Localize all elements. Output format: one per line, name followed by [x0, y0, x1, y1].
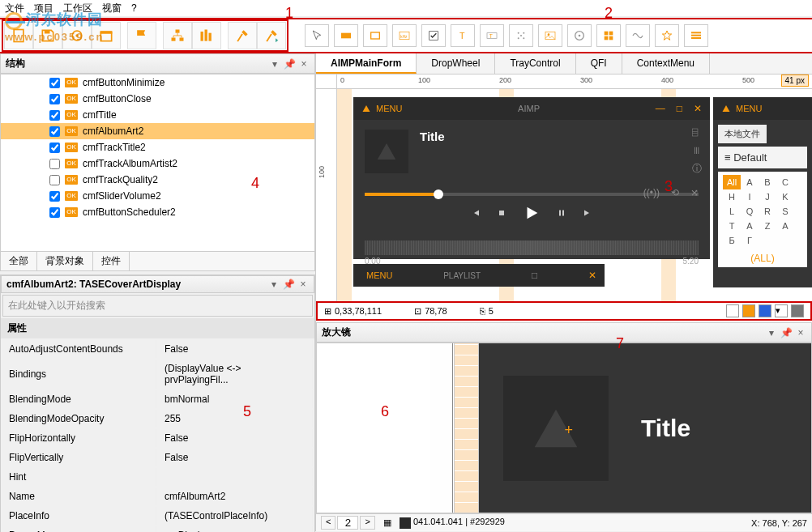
property-row[interactable]: NamecmfAlbumArt2 [2, 487, 313, 505]
menu-file[interactable]: 文件 [5, 2, 24, 15]
new-button[interactable] [4, 22, 33, 49]
minimize-icon[interactable]: — [656, 103, 665, 114]
tree-checkbox[interactable] [49, 78, 60, 88]
property-row[interactable]: BlendingModeOpacity255 [2, 410, 313, 428]
player-menu-button[interactable]: MENU [361, 104, 402, 113]
hammer-run-button[interactable] [257, 22, 286, 49]
settings-button[interactable] [62, 22, 92, 49]
property-value[interactable]: pmDisplay [158, 526, 313, 532]
property-row[interactable]: FlipVerticallyFalse [2, 449, 313, 466]
alpha-letter[interactable]: А [776, 219, 794, 233]
panel-pin-icon[interactable]: 📌 [284, 58, 295, 70]
maximize-icon[interactable]: □ [677, 103, 682, 114]
tree-checkbox[interactable] [49, 191, 60, 202]
form-tab[interactable]: TrayControl [495, 53, 575, 74]
tree-item[interactable]: OKcmfButtonClose [1, 91, 314, 107]
khz-tool[interactable]: kHz [392, 24, 417, 47]
swatch-orange[interactable] [742, 304, 755, 317]
form-tab[interactable]: AIMPMainForm [316, 53, 417, 74]
swatch-gray[interactable] [791, 304, 804, 317]
property-value[interactable]: False [158, 429, 313, 447]
playlist-window[interactable]: MENU PLAYLIST □ ✕ [353, 264, 605, 287]
alpha-all[interactable]: (ALL) [723, 248, 802, 264]
equalizer-icon[interactable]: ⫼ [692, 144, 702, 155]
tree-item[interactable]: OKcmfButtonMinimize [1, 74, 314, 91]
property-row[interactable]: Bindings(DisplayValue <-> prvPlayingFil.… [2, 360, 313, 389]
zoom-out-button[interactable]: < [321, 516, 335, 530]
panel-menu-icon[interactable]: ▾ [268, 279, 280, 290]
album-art[interactable] [365, 130, 408, 173]
grid-toggle-icon[interactable]: ▦ [383, 517, 391, 528]
swatch-blue[interactable] [759, 304, 771, 317]
tree-checkbox[interactable] [49, 159, 60, 169]
library-tab[interactable]: 本地文件 [718, 125, 767, 143]
playlist-close-icon[interactable]: ✕ [588, 270, 596, 281]
structure-tree[interactable]: OKcmfButtonMinimizeOKcmfButtonCloseOKcmf… [0, 74, 315, 252]
display-icon[interactable]: ⌸ [692, 126, 702, 138]
aimp-main-window[interactable]: MENU AIMP — □ ✕ Title ⌸ ⫼ [353, 97, 710, 259]
panel-close-icon[interactable]: × [795, 327, 806, 338]
tree-item[interactable]: OKcmfSliderVolume2 [1, 188, 314, 204]
tree-checkbox[interactable] [49, 175, 60, 185]
alpha-letter[interactable]: H [723, 189, 741, 204]
dots-tool[interactable] [509, 24, 533, 47]
flag-button[interactable] [127, 22, 156, 49]
menu-project[interactable]: 项目 [34, 2, 53, 15]
tree-item[interactable]: OKcmfTitle [1, 107, 314, 123]
property-value[interactable]: cmfAlbumArt2 [158, 487, 313, 505]
save-button[interactable] [33, 22, 62, 49]
tab-all[interactable]: 全部 [1, 252, 37, 270]
library-default[interactable]: Default [718, 147, 807, 168]
pause-button[interactable] [557, 208, 566, 220]
property-row[interactable]: FlipHorizontallyFalse [2, 429, 313, 447]
archive-button[interactable] [92, 22, 121, 49]
shuffle-icon[interactable]: ⤨ [690, 187, 699, 198]
alpha-letter[interactable]: Q [741, 204, 759, 219]
tree-checkbox[interactable] [49, 207, 60, 218]
zoom-in-button[interactable]: > [360, 516, 374, 530]
form-tab[interactable]: QFI [576, 53, 622, 74]
stop-button[interactable] [497, 208, 506, 220]
alpha-letter[interactable]: Б [723, 233, 741, 248]
grid-tool[interactable] [596, 24, 621, 47]
property-value[interactable]: False [158, 449, 313, 466]
magnifier-viewport[interactable]: + Title [316, 343, 812, 513]
text-tool[interactable]: T [451, 24, 475, 47]
tree-item[interactable]: OKcmfButtonScheduler2 [1, 204, 314, 220]
waveform[interactable] [365, 240, 699, 255]
alpha-letter[interactable]: Г [741, 233, 759, 248]
tree-checkbox[interactable] [49, 126, 60, 137]
alpha-letter[interactable]: A [741, 175, 759, 189]
swatch-dropdown[interactable]: ▾ [775, 304, 788, 317]
wave-tool[interactable] [626, 24, 650, 47]
next-button[interactable] [583, 208, 592, 220]
property-row[interactable]: AutoAdjustContentBoundsFalse [2, 340, 313, 358]
tree-checkbox[interactable] [49, 94, 60, 104]
property-value[interactable]: False [158, 340, 313, 358]
menu-window[interactable]: 视窗 [102, 2, 122, 15]
tree-checkbox[interactable] [49, 110, 60, 121]
play-button[interactable] [523, 204, 541, 224]
alpha-letter[interactable]: R [759, 204, 776, 219]
alpha-letter[interactable]: B [759, 175, 776, 189]
tree-item[interactable]: OKcmfAlbumArt2 [1, 123, 314, 139]
alpha-letter[interactable]: I [741, 189, 759, 204]
list-tool[interactable] [684, 24, 708, 47]
close-icon[interactable]: ✕ [694, 103, 702, 114]
property-table[interactable]: AutoAdjustContentBoundsFalseBindings(Dis… [1, 338, 314, 532]
property-search[interactable]: 在此处键入以开始搜索 [2, 295, 313, 317]
textbox-tool[interactable]: T [480, 24, 504, 47]
panel-menu-icon[interactable]: ▾ [766, 327, 777, 338]
menu-workspace[interactable]: 工作区 [63, 2, 92, 15]
alpha-letter[interactable]: Z [759, 219, 776, 233]
form-tab[interactable]: DropWheel [417, 53, 495, 74]
panel-pin-icon[interactable]: 📌 [780, 327, 792, 338]
hierarchy-button[interactable] [163, 22, 192, 49]
tree-item[interactable]: OKcmfTrackAlbumArtist2 [1, 155, 314, 172]
hammer-button[interactable] [228, 22, 257, 49]
swatch-white[interactable] [726, 304, 739, 317]
alpha-letter[interactable]: All [723, 175, 741, 189]
property-row[interactable]: BlendingModebmNormal [2, 390, 313, 408]
panel-close-icon[interactable]: × [298, 58, 310, 70]
check-tool[interactable] [421, 24, 446, 47]
